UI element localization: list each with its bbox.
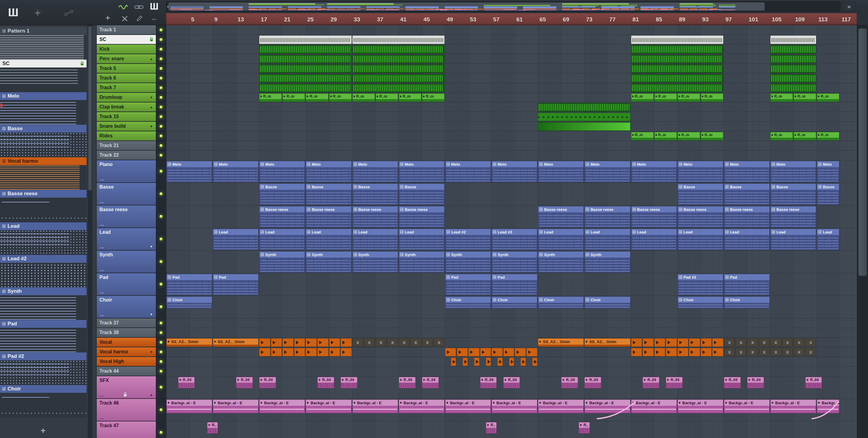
clip-r-04[interactable]: R..04	[805, 377, 822, 388]
clip-backgr-al-e[interactable]: Backgr..al - E	[492, 399, 537, 413]
playlist-row-clap-break[interactable]	[166, 102, 857, 112]
track-enable-led[interactable]	[159, 350, 163, 354]
clip-lead[interactable]: Lead	[631, 229, 677, 250]
track-enable-led[interactable]	[159, 214, 163, 219]
clip-melo[interactable]: Melo	[817, 161, 839, 182]
stripes-clip[interactable]	[631, 64, 723, 73]
stripes-clip[interactable]	[538, 103, 630, 111]
clip-melo[interactable]: Melo	[631, 161, 677, 182]
clip-lead-2[interactable]: Lead #2	[492, 229, 537, 250]
play-clip[interactable]	[445, 348, 456, 357]
audio-clip[interactable]	[770, 36, 816, 44]
track-enable-led[interactable]	[159, 282, 163, 287]
mute-clip[interactable]: x	[364, 338, 375, 347]
pattern-thumbnail-basse[interactable]	[0, 133, 87, 157]
clip-lead[interactable]: Lead	[213, 229, 258, 250]
mute-clip[interactable]: x	[794, 338, 805, 347]
clip-basse[interactable]: Basse	[399, 183, 444, 205]
clip-lead[interactable]: Lead	[538, 229, 584, 250]
mute-clip[interactable]: x	[352, 338, 364, 347]
clip-basse-reese[interactable]: Basse reese	[584, 206, 630, 228]
clip-lead[interactable]: Lead	[352, 229, 398, 250]
pattern-thumbnail-lead[interactable]	[0, 230, 87, 255]
clip-r-m[interactable]: R..m	[631, 93, 654, 102]
track-enable-led[interactable]	[159, 259, 163, 264]
play-clip[interactable]	[329, 338, 340, 347]
clip-r-04[interactable]: R..04	[666, 377, 683, 388]
mute-clip[interactable]: x	[410, 338, 421, 347]
clip-lead[interactable]: Lead	[399, 229, 444, 250]
play-clip[interactable]	[317, 338, 329, 347]
stripes-clip[interactable]	[770, 64, 816, 73]
stripes-clip[interactable]	[259, 55, 351, 63]
track-name-track-21[interactable]: Track 21	[97, 141, 156, 150]
clip-pad[interactable]: Pad	[724, 274, 770, 295]
clip-lead[interactable]: Lead	[306, 229, 351, 250]
clip-r-04[interactable]: R..04	[236, 377, 253, 388]
track-name-snare-build[interactable]: Snare build▼	[97, 122, 156, 131]
chain-icon[interactable]	[134, 4, 144, 10]
play-clip[interactable]	[468, 348, 479, 357]
track-name-vocal[interactable]: Vocal	[97, 338, 156, 347]
play-clip[interactable]	[521, 358, 526, 366]
play-clip[interactable]	[294, 338, 305, 347]
pattern-item-lead[interactable]: Lead	[0, 222, 87, 230]
mute-clip[interactable]: x	[433, 338, 444, 347]
mute-clip[interactable]: x	[805, 338, 816, 347]
clip-backgr-al-e[interactable]: Backgr..al - E	[678, 399, 723, 413]
clip-r-04[interactable]: R..04	[178, 377, 195, 388]
track-name-track-46[interactable]: Track 46...	[97, 399, 156, 421]
play-clip[interactable]	[451, 358, 456, 366]
clip-r-04[interactable]: R..04	[561, 377, 578, 388]
chevron-down-icon[interactable]: ▼	[150, 350, 153, 353]
clip-synth[interactable]: Synth	[538, 251, 584, 273]
clip-basse-reese[interactable]: Basse reese	[724, 206, 770, 228]
mute-clip[interactable]: x	[759, 348, 770, 357]
pattern-item-pattern-1[interactable]: Pattern 1	[0, 27, 87, 35]
track-enable-led[interactable]	[159, 143, 163, 148]
clip-basse[interactable]: Basse	[724, 183, 770, 205]
playlist-row-track-38[interactable]	[166, 328, 857, 338]
pattern-item-pad[interactable]: Pad	[0, 320, 87, 328]
clip-backgr-al-e[interactable]: Backgr..al - E	[631, 399, 677, 413]
clip-synth[interactable]: Synth	[584, 251, 630, 273]
pattern-item-synth[interactable]: Synth	[0, 288, 87, 295]
clip-r[interactable]: R..	[207, 422, 218, 434]
clip-backgr-al-e[interactable]: Backgr..al - E	[352, 399, 398, 413]
track-name-synth[interactable]: Synth...	[97, 250, 156, 273]
track-enable-led[interactable]	[159, 331, 163, 335]
track-row-track-7[interactable]: Track 7	[97, 83, 166, 93]
clip-lead[interactable]: Lead	[724, 229, 770, 250]
track-enable-led[interactable]	[159, 153, 163, 158]
stripes-clip[interactable]	[259, 64, 351, 73]
track-enable-led[interactable]	[159, 134, 163, 138]
overview-thumb[interactable]	[168, 2, 765, 10]
pattern-thumbnail-lead-2[interactable]	[0, 263, 87, 288]
clip-lead[interactable]: Lead	[817, 229, 839, 250]
clip-r-m[interactable]: R..m	[701, 132, 723, 140]
clip-basse[interactable]: Basse	[306, 183, 351, 205]
chevron-down-icon[interactable]: ▼	[150, 245, 153, 248]
play-clip[interactable]	[474, 358, 479, 366]
track-enable-led[interactable]	[159, 192, 163, 196]
track-row-vocal[interactable]: Vocal	[97, 338, 166, 347]
track-row-track-37[interactable]: Track 37	[97, 318, 166, 328]
track-name-sc[interactable]: SC	[97, 35, 156, 44]
track-enable-led[interactable]	[159, 124, 163, 129]
play-clip[interactable]	[527, 348, 538, 357]
stripes-clip[interactable]	[352, 55, 444, 63]
play-clip[interactable]	[666, 348, 677, 357]
pattern-item-pad-2[interactable]: Pad #2	[0, 352, 87, 360]
clip-synth[interactable]: Synth	[445, 251, 491, 273]
slide-tool-icon[interactable]: ↔	[151, 14, 157, 22]
clip-basse-reese[interactable]: Basse reese	[770, 206, 816, 228]
play-clip[interactable]	[631, 348, 642, 357]
track-enable-led[interactable]	[159, 95, 163, 100]
play-clip[interactable]	[643, 338, 654, 347]
playlist-row-snare-build[interactable]	[166, 122, 857, 131]
clip-pad[interactable]: Pad	[213, 274, 258, 295]
clip-basse[interactable]: Basse	[352, 183, 398, 205]
track-name-track-38[interactable]: Track 38	[97, 328, 156, 337]
play-clip[interactable]	[712, 338, 723, 347]
stripes-clip[interactable]	[352, 84, 444, 92]
